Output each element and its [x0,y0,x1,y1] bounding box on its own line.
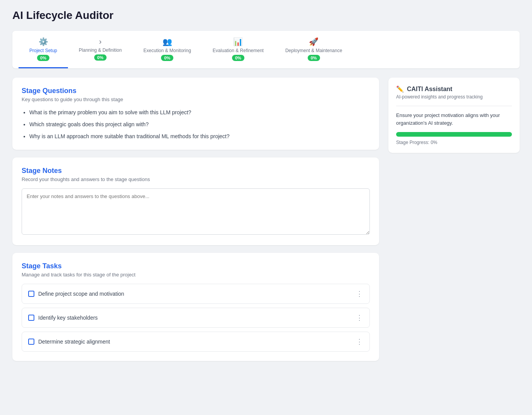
task-left-3: Determine strategic alignment [28,339,110,345]
tab-deployment-maintenance[interactable]: 🚀 Deployment & Maintenance 0% [274,31,353,68]
stage-questions-subtitle: Key questions to guide you through this … [22,97,370,102]
tab-evaluation-refinement-label: Evaluation & Refinement [213,48,264,53]
stage-tasks-title: Stage Tasks [22,262,370,270]
task-checkbox-1[interactable] [28,291,34,297]
app-title: AI Lifecycle Auditor [12,9,520,22]
question-2: Which strategic goals does this project … [29,120,370,129]
caiti-icon: ✏️ [396,85,404,93]
task-left-1: Define project scope and motivation [28,291,124,297]
task-item-3: Determine strategic alignment ⋮ [22,332,370,352]
assistant-subtitle: AI-powered insights and progress trackin… [396,94,512,100]
tab-evaluation-refinement[interactable]: 📊 Evaluation & Refinement 0% [202,31,274,68]
task-checkbox-2[interactable] [28,315,34,321]
assistant-title: CAITI Assistant [407,86,452,93]
stage-notes-subtitle: Record your thoughts and answers to the … [22,176,370,182]
stage-tasks-subtitle: Manage and track tasks for this stage of… [22,272,370,278]
page-container: AI Lifecycle Auditor ⚙️ Project Setup 0%… [0,0,532,415]
left-column: Stage Questions Key questions to guide y… [12,78,379,361]
tab-project-setup-label: Project Setup [29,48,57,53]
main-layout: Stage Questions Key questions to guide y… [12,78,520,361]
tab-deployment-maintenance-label: Deployment & Maintenance [285,48,342,53]
chart-icon: 📊 [233,37,243,46]
tab-execution-monitoring-badge: 0% [161,55,173,61]
gear-icon: ⚙️ [39,37,48,46]
divider [396,106,512,106]
progress-bar [396,132,512,137]
stage-tasks-card: Stage Tasks Manage and track tasks for t… [12,253,379,361]
nav-tabs: ⚙️ Project Setup 0% › Planning & Definit… [12,31,520,68]
stage-notes-title: Stage Notes [22,167,370,175]
tasks-list: Define project scope and motivation ⋮ Id… [22,284,370,352]
stage-notes-card: Stage Notes Record your thoughts and ans… [12,158,379,245]
stage-questions-title: Stage Questions [22,87,370,95]
task-item-1: Define project scope and motivation ⋮ [22,284,370,304]
tab-project-setup[interactable]: ⚙️ Project Setup 0% [19,31,68,68]
question-3: Why is an LLM approach more suitable tha… [29,132,370,141]
assistant-header: ✏️ CAITI Assistant [396,85,512,93]
tab-planning-definition[interactable]: › Planning & Definition 0% [68,31,132,68]
tab-execution-monitoring-label: Execution & Monitoring [143,48,191,53]
notes-textarea[interactable] [22,188,370,235]
stage-questions-card: Stage Questions Key questions to guide y… [12,78,379,150]
task-menu-2[interactable]: ⋮ [356,313,363,322]
task-left-2: Identify key stakeholders [28,315,98,321]
task-menu-1[interactable]: ⋮ [356,290,363,298]
users-icon: 👥 [163,37,172,46]
task-label-3: Determine strategic alignment [38,339,110,345]
question-1: What is the primary problem you aim to s… [29,108,370,117]
rocket-icon: 🚀 [309,37,319,46]
right-column: ✏️ CAITI Assistant AI-powered insights a… [388,78,520,361]
tab-planning-definition-label: Planning & Definition [79,47,122,53]
arrow-right-icon: › [99,37,102,46]
assistant-card: ✏️ CAITI Assistant AI-powered insights a… [388,78,520,153]
questions-list: What is the primary problem you aim to s… [22,108,370,141]
assistant-message: Ensure your project motivation aligns wi… [396,112,512,127]
tab-planning-definition-badge: 0% [94,54,107,61]
progress-label: Stage Progress: 0% [396,140,512,145]
task-label-2: Identify key stakeholders [38,315,98,321]
tab-project-setup-badge: 0% [37,55,49,61]
task-item-2: Identify key stakeholders ⋮ [22,308,370,328]
tab-deployment-maintenance-badge: 0% [308,55,320,61]
task-menu-3[interactable]: ⋮ [356,337,363,346]
task-checkbox-3[interactable] [28,339,34,345]
tab-execution-monitoring[interactable]: 👥 Execution & Monitoring 0% [132,31,202,68]
tab-evaluation-refinement-badge: 0% [232,55,244,61]
task-label-1: Define project scope and motivation [38,291,124,297]
